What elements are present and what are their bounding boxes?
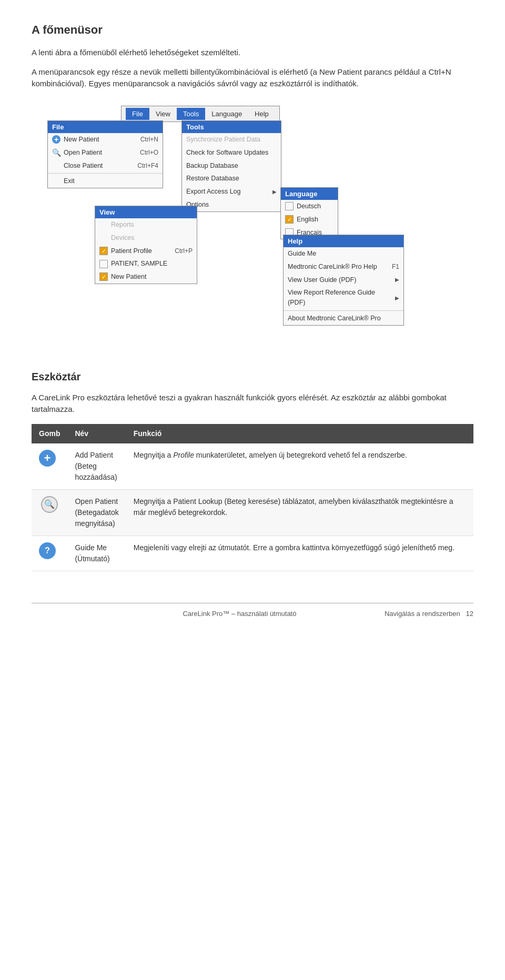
checkmark-icon-1: ✓ xyxy=(99,247,108,255)
intro-paragraph-2: A menüparancsok egy része a nevük mellet… xyxy=(32,66,473,90)
plus-icon: + xyxy=(52,135,60,144)
footer-center-text: CareLink Pro™ – használati útmutató xyxy=(183,610,296,618)
help-about[interactable]: About Medtronic CareLink® Pro xyxy=(284,312,403,325)
help-menu-header: Help xyxy=(284,235,403,248)
view-patient-profile-label: Patient Profile xyxy=(111,246,171,256)
tools-export[interactable]: Export Access Log xyxy=(182,185,281,198)
tools-check-updates[interactable]: Check for Software Updates xyxy=(182,146,281,159)
file-close-patient[interactable]: Close Patient Ctrl+F4 xyxy=(48,159,163,173)
diagram-container: File View Tools Language Help File + New… xyxy=(47,106,458,348)
menu-bar-view[interactable]: View xyxy=(149,108,177,120)
tools-backup[interactable]: Backup Database xyxy=(182,159,281,173)
open-patient-funkcio-cell: Megnyitja a Patient Lookup (Beteg keresé… xyxy=(126,489,473,536)
lang-english[interactable]: ✓ English xyxy=(281,213,338,226)
view-devices[interactable]: Devices xyxy=(95,231,197,245)
table-row: ? Guide Me(Útmutató) Megjeleníti vagy el… xyxy=(32,536,473,571)
open-patient-button-icon: 🔍 xyxy=(39,496,60,513)
file-exit[interactable]: Exit xyxy=(48,175,163,188)
close-patient-shortcut: Ctrl+F4 xyxy=(137,161,158,170)
file-open-patient[interactable]: 🔍 Open Patient Ctrl+O xyxy=(48,146,163,159)
menu-bar-help[interactable]: Help xyxy=(248,108,275,120)
footer-page-num: 12 xyxy=(466,610,473,618)
menu-bar-file[interactable]: File xyxy=(126,108,149,120)
col-funkcio: Funkció xyxy=(126,424,473,443)
table-row: 🔍 Open Patient(Betegadatokmegnyitása) Me… xyxy=(32,489,473,536)
tools-backup-label: Backup Database xyxy=(186,161,277,171)
view-new-patient-label: New Patient xyxy=(111,272,193,282)
icon-cell-help: ? xyxy=(32,536,67,571)
file-dropdown: File + New Patient Ctrl+N 🔍 Open Patient… xyxy=(47,120,163,189)
checkmark-icon-3: ✓ xyxy=(285,215,294,224)
close-patient-label: Close Patient xyxy=(64,161,134,171)
language-submenu: Language Deutsch ✓ English Français xyxy=(280,187,338,240)
new-patient-label: New Patient xyxy=(64,135,137,145)
file-new-patient[interactable]: + New Patient Ctrl+N xyxy=(48,133,163,146)
tools-sync-label: Synchronize Patient Data xyxy=(186,135,277,145)
help-dropdown: Help Guide Me Medtronic CareLink® Pro He… xyxy=(283,235,404,326)
toolbar-intro: A CareLink Pro eszköztára lehetővé teszi… xyxy=(32,392,473,416)
lang-deutsch[interactable]: Deutsch xyxy=(281,200,338,213)
view-reports-label: Reports xyxy=(111,220,193,230)
view-menu-header: View xyxy=(95,206,197,219)
view-reports[interactable]: Reports xyxy=(95,218,197,231)
lang-deutsch-label: Deutsch xyxy=(297,201,321,211)
toolbar-table: Gomb Név Funkció + Add Patient(Beteghozz… xyxy=(32,424,473,571)
col-gomb: Gomb xyxy=(32,424,67,443)
menu-bar: File View Tools Language Help xyxy=(121,106,280,123)
footer-nav-label: Navigálás a rendszerben xyxy=(385,610,460,618)
tools-check-updates-label: Check for Software Updates xyxy=(186,148,277,158)
help-guide-me-label: Guide Me xyxy=(288,249,399,259)
guide-me-name-cell: Guide Me(Útmutató) xyxy=(67,536,126,571)
menu-diagram: File View Tools Language Help File + New… xyxy=(32,106,473,348)
help-guide-me[interactable]: Guide Me xyxy=(284,247,403,260)
open-patient-shortcut: Ctrl+O xyxy=(140,148,158,157)
view-devices-label: Devices xyxy=(111,233,193,243)
guide-me-button-icon: ? xyxy=(39,542,56,559)
search-icon: 🔍 xyxy=(52,148,60,157)
exit-label: Exit xyxy=(64,176,158,186)
view-patient-profile[interactable]: ✓ Patient Profile Ctrl+P xyxy=(95,245,197,258)
tools-restore-label: Restore Database xyxy=(186,174,277,184)
open-patient-name-cell: Open Patient(Betegadatokmegnyitása) xyxy=(67,489,126,536)
view-patient-profile-shortcut: Ctrl+P xyxy=(175,246,193,256)
help-carelink-help[interactable]: Medtronic CareLink® Pro Help F1 xyxy=(284,260,403,274)
tools-options-label: Options xyxy=(186,200,277,210)
plus-icon: + xyxy=(44,452,51,464)
help-carelink-label: Medtronic CareLink® Pro Help xyxy=(288,262,389,272)
icon-cell-add: + xyxy=(32,443,67,490)
table-row: + Add Patient(Beteghozzáadása) Megnyitja… xyxy=(32,443,473,490)
view-dropdown: View Reports Devices ✓ Patient Profile C… xyxy=(95,206,197,284)
col-nev: Név xyxy=(67,424,126,443)
language-menu-header: Language xyxy=(281,188,338,200)
help-user-guide-label: View User Guide (PDF) xyxy=(288,275,392,285)
checkmark-icon-2: ✓ xyxy=(99,272,108,281)
help-report-guide-label: View Report Reference Guide (PDF) xyxy=(288,288,392,308)
menu-bar-tools[interactable]: Tools xyxy=(177,108,205,120)
tools-restore[interactable]: Restore Database xyxy=(182,172,281,185)
page-title: A főmenüsor xyxy=(32,21,473,38)
add-patient-name-cell: Add Patient(Beteghozzáadása) xyxy=(67,443,126,490)
help-carelink-shortcut: F1 xyxy=(392,262,399,271)
help-user-guide[interactable]: View User Guide (PDF) xyxy=(284,274,403,287)
page-footer: CareLink Pro™ – használati útmutató Navi… xyxy=(32,603,473,619)
add-patient-funkcio-cell: Megnyitja a Profile munkaterületet, amel… xyxy=(126,443,473,490)
add-patient-button-icon: + xyxy=(39,450,56,467)
tools-menu-header: Tools xyxy=(182,121,281,134)
tools-sync[interactable]: Synchronize Patient Data xyxy=(182,133,281,146)
footer-right: Navigálás a rendszerben 12 xyxy=(385,609,473,619)
lang-english-label: English xyxy=(297,215,318,225)
view-patient-sample[interactable]: PATIENT, SAMPLE xyxy=(95,257,197,270)
view-patient-sample-label: PATIENT, SAMPLE xyxy=(111,259,193,269)
guide-me-funkcio-cell: Megjeleníti vagy elrejti az útmutatót. E… xyxy=(126,536,473,571)
tools-export-label: Export Access Log xyxy=(186,187,269,197)
open-patient-label: Open Patient xyxy=(64,148,137,158)
search-circle-icon: 🔍 xyxy=(41,496,58,513)
file-menu-header: File xyxy=(48,121,163,134)
intro-paragraph-1: A lenti ábra a főmenüből elérhető lehető… xyxy=(32,47,473,59)
help-report-guide[interactable]: View Report Reference Guide (PDF) xyxy=(284,286,403,309)
help-about-label: About Medtronic CareLink® Pro xyxy=(288,314,399,324)
icon-cell-search: 🔍 xyxy=(32,489,67,536)
menu-bar-language[interactable]: Language xyxy=(205,108,248,120)
view-new-patient[interactable]: ✓ New Patient xyxy=(95,270,197,284)
footer-center: CareLink Pro™ – használati útmutató xyxy=(95,609,385,619)
